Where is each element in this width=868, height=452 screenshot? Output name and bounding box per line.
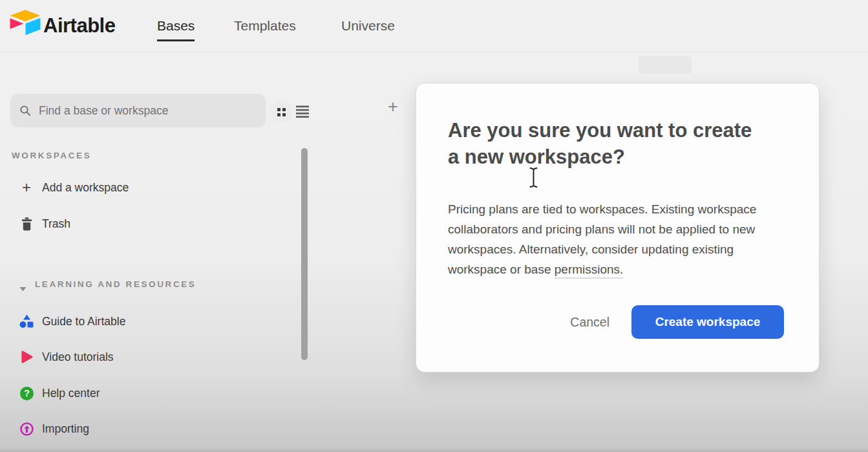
cancel-button[interactable]: Cancel — [565, 312, 615, 332]
permissions-link[interactable]: permissions. — [555, 263, 624, 279]
sidebar-item-label: Importing — [42, 422, 89, 436]
text-cursor-icon — [529, 167, 538, 191]
add-workspace-button[interactable]: + Add a workspace — [0, 177, 297, 198]
guide-shapes-icon — [19, 314, 34, 329]
create-workspace-dialog: Are you sure you want to create a new wo… — [416, 83, 820, 372]
airtable-logo-icon[interactable] — [9, 9, 41, 40]
search-icon — [19, 105, 31, 116]
arrow-up-circle-icon — [19, 422, 34, 436]
grid-view-icon[interactable] — [270, 101, 292, 123]
sidebar-item-video-tutorials[interactable]: Video tutorials — [0, 347, 297, 367]
sidebar-item-help-center[interactable]: ? Help center — [0, 383, 297, 404]
workspaces-heading: WORKSPACES — [12, 151, 91, 160]
play-icon — [19, 350, 34, 364]
trash-label: Trash — [42, 217, 70, 231]
search-box[interactable] — [10, 94, 266, 127]
plus-icon: + — [19, 180, 34, 195]
airtable-home-screen: Airtable Bases Templates Universe WORKSP… — [0, 0, 868, 452]
create-workspace-button[interactable]: Create workspace — [631, 305, 784, 339]
brand-name[interactable]: Airtable — [43, 14, 115, 38]
add-workspace-label: Add a workspace — [42, 181, 129, 195]
sidebar-item-guide[interactable]: Guide to Airtable — [0, 311, 297, 332]
svg-text:?: ? — [24, 388, 30, 398]
dialog-title: Are you sure you want to create a new wo… — [448, 117, 797, 170]
sidebar-item-label: Guide to Airtable — [42, 315, 125, 328]
trash-icon — [19, 217, 34, 231]
nav-tab-universe[interactable]: Universe — [341, 18, 395, 34]
nav-tab-bases[interactable]: Bases — [157, 18, 195, 41]
top-nav: Airtable Bases Templates Universe — [0, 0, 868, 52]
sidebar-scrollbar[interactable] — [301, 148, 308, 360]
question-circle-icon: ? — [19, 386, 34, 401]
add-base-plus-icon[interactable]: + — [388, 97, 398, 117]
dialog-actions: Cancel Create workspace — [565, 305, 784, 339]
dialog-body-text: Pricing plans are tied to workspaces. Ex… — [448, 199, 768, 279]
list-view-icon[interactable] — [295, 105, 310, 118]
learning-resources-heading[interactable]: LEARNING AND RESOURCES — [35, 279, 196, 289]
search-input[interactable] — [37, 103, 257, 118]
trash-button[interactable]: Trash — [0, 213, 297, 234]
caret-down-icon[interactable] — [19, 283, 26, 294]
sidebar-item-label: Video tutorials — [42, 350, 114, 364]
background-dimmed-element — [639, 56, 692, 74]
sidebar-item-importing[interactable]: Importing — [0, 418, 297, 439]
sidebar-item-label: Help center — [42, 387, 100, 400]
nav-tab-templates[interactable]: Templates — [234, 18, 296, 34]
